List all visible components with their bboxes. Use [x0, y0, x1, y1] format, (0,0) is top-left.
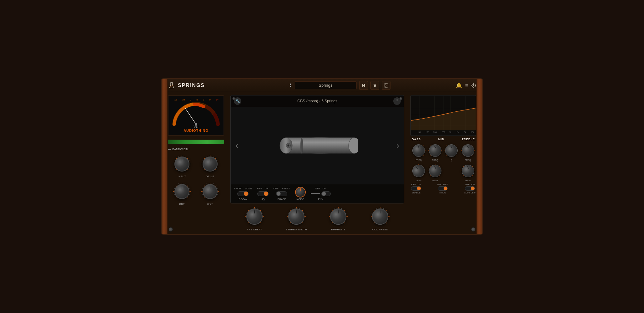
svg-point-69 [288, 145, 289, 146]
svg-line-120 [388, 213, 389, 213]
bass-section-label: BASS [412, 138, 421, 141]
next-spring-button[interactable]: › [393, 137, 402, 154]
mid-gain-label: GAIN [432, 179, 438, 182]
spring-3d-illustration [277, 130, 358, 161]
phase-label: PHASE [278, 198, 286, 201]
drive-knob[interactable] [203, 156, 218, 172]
eq-section-labels: BASS MID TREBLE [410, 138, 476, 141]
bass-freq-knob[interactable] [412, 144, 425, 157]
hq-dot [264, 192, 268, 196]
svg-text:2k: 2k [457, 131, 459, 133]
svg-line-34 [217, 161, 218, 161]
prev-spring-button[interactable]: ‹ [232, 137, 241, 154]
vu-arc [171, 102, 221, 124]
hq-toggle-group: OFF ON HQ [257, 187, 269, 201]
stereo-width-knob[interactable] [288, 208, 304, 225]
treble-gain-knob[interactable] [462, 165, 474, 177]
compress-label: COMPRESS [372, 228, 388, 231]
mode-label: MODE [439, 192, 446, 194]
decay-toggle-group: SHORT LONG DECAY [234, 187, 252, 201]
svg-line-107 [346, 213, 347, 213]
hq-toggle[interactable] [257, 191, 269, 196]
menu-button[interactable]: ≡ [465, 83, 468, 88]
center-panel: 🔧 GBS (mono) - 6 Springs ? ‹ [227, 92, 407, 234]
svg-text:5k: 5k [464, 131, 466, 133]
dry-wet-row: DRY [168, 182, 224, 205]
bass-freq-group: FREQ [411, 143, 426, 161]
bell-button[interactable]: 🔔 [456, 82, 462, 88]
save-button[interactable] [359, 81, 368, 90]
env-toggle[interactable] [321, 191, 331, 196]
treble-gain-label: GAIN [465, 179, 470, 182]
main-content: -15 10 7 5 3 0 3+ [162, 92, 482, 234]
soft-clip-switch[interactable] [465, 186, 475, 191]
screw-bl [169, 227, 173, 232]
svg-text:10k: 10k [471, 131, 474, 133]
svg-point-4 [386, 85, 386, 86]
eq-graph: 50 100 200 500 1k 2k 5k 10k [411, 95, 476, 136]
wet-knob[interactable] [203, 184, 218, 199]
svg-point-2 [385, 84, 385, 85]
logo-text: SPRINGS [178, 83, 205, 88]
svg-text:50: 50 [419, 131, 421, 133]
drive-label: DRIVE [206, 175, 214, 178]
svg-point-3 [387, 84, 387, 85]
preset-name[interactable]: Springs [294, 81, 357, 89]
input-knob[interactable] [174, 156, 189, 172]
input-label: INPUT [178, 175, 186, 178]
bottom-knobs-row: PRE DELAY [230, 206, 404, 231]
pre-delay-knob[interactable] [246, 208, 263, 225]
compress-knob[interactable] [372, 208, 388, 225]
mid-gain-knob[interactable] [429, 165, 441, 177]
spring-screw-tr [399, 97, 402, 100]
svg-line-22 [189, 167, 190, 167]
top-right-buttons: 🔔 ≡ ⏻ [456, 82, 476, 88]
soft-clip-labels: OFF ON [465, 183, 475, 186]
svg-line-108 [346, 220, 347, 220]
enable-labels: OFF ON [411, 183, 421, 186]
svg-point-66 [300, 137, 303, 153]
mid-q-label: Q [451, 159, 452, 161]
svg-text:1k: 1k [449, 131, 452, 133]
mode-switch-group: MIX WET MODE [437, 183, 448, 194]
eq-display: 50 100 200 500 1k 2k 5k 10k [410, 95, 476, 136]
mode-switch[interactable] [438, 186, 448, 191]
hq-label: HQ [261, 198, 265, 201]
vu-meter: -15 10 7 5 3 0 3+ [168, 95, 224, 136]
noise-knob[interactable] [295, 187, 306, 198]
power-button[interactable]: ⏻ [471, 83, 476, 88]
right-panel: 50 100 200 500 1k 2k 5k 10k BASS MID TRE… [407, 92, 476, 234]
treble-freq-label: FREQ [465, 159, 471, 161]
svg-rect-0 [170, 83, 173, 83]
treble-freq-knob[interactable] [462, 144, 474, 157]
stereo-width-label: STEREO WIDTH [286, 228, 307, 231]
enable-dot [417, 187, 421, 190]
dry-knob[interactable] [174, 184, 189, 199]
enable-switch[interactable] [411, 186, 421, 191]
emphasis-knob[interactable] [330, 208, 346, 225]
svg-rect-63 [286, 137, 354, 153]
random-button[interactable] [382, 81, 390, 90]
preset-nav-arrows[interactable]: ▲ ▼ [289, 83, 292, 88]
input-knob-group: INPUT [172, 154, 192, 178]
spring-title: GBS (mono) - 6 Springs [241, 99, 393, 103]
svg-line-60 [217, 188, 218, 189]
decay-toggle[interactable] [237, 191, 249, 196]
bass-gain-label: GAIN [416, 179, 421, 182]
mid-q-knob[interactable] [445, 144, 458, 157]
bass-gain-group: GAIN [411, 163, 426, 182]
svg-line-81 [262, 213, 263, 213]
soft-clip-dot [471, 187, 475, 190]
dry-label: DRY [179, 203, 185, 205]
enable-switch-group: OFF ON ENABLE [411, 183, 421, 194]
mid-freq-knob[interactable] [429, 144, 441, 157]
emphasis-knob-group: EMPHASIS [328, 206, 349, 231]
delete-button[interactable] [370, 81, 379, 90]
treble-gain-group: GAIN [460, 163, 476, 182]
mid-freq-label: FREQ [432, 159, 438, 161]
decay-labels: SHORT LONG [234, 187, 252, 190]
phase-toggle[interactable] [276, 191, 287, 196]
pre-delay-knob-group: PRE DELAY [244, 206, 265, 231]
emphasis-label: EMPHASIS [331, 228, 345, 231]
env-labels: OFF ON [315, 187, 326, 190]
